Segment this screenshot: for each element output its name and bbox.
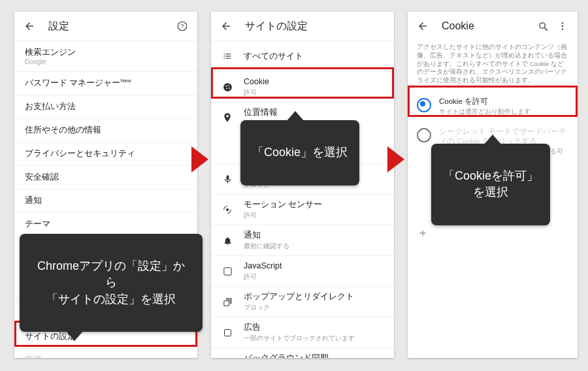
ads-icon xyxy=(220,328,235,338)
row-password-manager[interactable]: パスワード マネージャーNew xyxy=(14,71,197,95)
svg-line-11 xyxy=(544,27,547,30)
row-payments[interactable]: お支払い方法 xyxy=(14,95,197,118)
svg-rect-9 xyxy=(224,329,231,336)
callout-1: Chromeアプリの「設定」から 「サイトの設定」を選択 xyxy=(20,234,203,332)
svg-point-4 xyxy=(228,84,229,86)
row-all-sites[interactable]: すべてのサイト xyxy=(211,40,394,71)
svg-point-3 xyxy=(225,86,227,87)
page-title: Cookie xyxy=(442,20,474,32)
step-arrow-icon xyxy=(191,146,208,172)
svg-point-13 xyxy=(562,25,563,27)
mic-icon xyxy=(220,174,235,184)
tutorial-stage: 設定 ? 検索エンジン Google パスワード マネージャーNew お支払い方… xyxy=(0,0,588,371)
topbar: サイトの設定 xyxy=(211,12,394,40)
row-notif[interactable]: 通知 最初に確認する xyxy=(211,225,394,255)
row-search-engine[interactable]: 検索エンジン Google xyxy=(14,40,197,71)
svg-point-6 xyxy=(226,88,227,89)
row-addresses[interactable]: 住所やその他の情報 xyxy=(14,118,197,142)
step-arrow-icon xyxy=(387,146,404,172)
svg-point-10 xyxy=(539,22,545,28)
page-title: サイトの設定 xyxy=(245,20,308,33)
back-icon[interactable] xyxy=(416,19,430,33)
help-icon[interactable]: ? xyxy=(175,19,189,33)
cookie-description: アクセスしたサイトに他のサイトのコンテンツ（画像、広告、テキストなど）が埋め込ま… xyxy=(408,40,578,91)
popup-icon xyxy=(220,297,235,307)
row-theme[interactable]: テーマ xyxy=(14,212,197,236)
row-safety-check[interactable]: 安全確認 xyxy=(14,165,197,189)
row-privacy[interactable]: プライバシーとセキュリティ xyxy=(14,142,197,165)
back-icon[interactable] xyxy=(219,19,233,33)
motion-icon xyxy=(220,204,235,215)
svg-point-5 xyxy=(228,87,229,88)
svg-rect-8 xyxy=(223,267,231,274)
topbar: Cookie xyxy=(408,12,578,40)
bell-icon xyxy=(220,236,235,246)
row-ads[interactable]: 広告 一部のサイトでブロックされています xyxy=(211,317,394,347)
page-title: 設定 xyxy=(48,20,69,33)
callout-3: 「Cookieを許可」 を選択 xyxy=(431,144,550,225)
js-icon xyxy=(220,266,235,276)
svg-point-7 xyxy=(226,208,229,211)
back-icon[interactable] xyxy=(22,19,37,33)
row-bg-sync[interactable]: バックグラウンド同期 許可 xyxy=(211,347,394,358)
more-icon[interactable] xyxy=(555,19,570,33)
option-allow-cookies[interactable]: Cookie を許可 サイトは通常どおり動作します xyxy=(408,91,578,121)
list-icon xyxy=(220,51,235,61)
callout-2: 「Cookie」を選択 xyxy=(240,120,359,186)
cookie-icon xyxy=(220,82,235,93)
row-notifications[interactable]: 通知 xyxy=(14,189,197,212)
svg-text:?: ? xyxy=(180,23,184,29)
row-cookie[interactable]: Cookie 許可 xyxy=(211,71,394,102)
location-icon xyxy=(220,112,235,123)
svg-point-12 xyxy=(562,22,563,24)
search-icon[interactable] xyxy=(536,19,550,33)
row-motion[interactable]: モーション センサー 許可 xyxy=(211,194,394,225)
radio-selected-icon xyxy=(417,98,431,112)
topbar: 設定 ? xyxy=(14,12,197,40)
row-js[interactable]: JavaScript 許可 xyxy=(211,255,394,286)
row-popup[interactable]: ポップアップとリダイレクト ブロック xyxy=(211,286,394,317)
row-languages[interactable]: 言語 xyxy=(14,348,197,358)
radio-icon xyxy=(417,128,431,142)
svg-point-2 xyxy=(223,83,232,91)
svg-point-14 xyxy=(562,28,563,29)
